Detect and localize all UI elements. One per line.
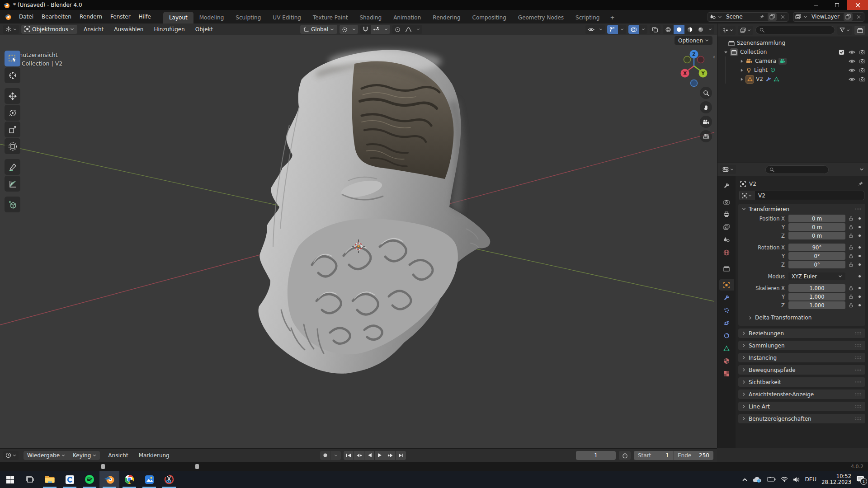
tab-sculpting[interactable]: Sculpting xyxy=(230,12,267,23)
gizmos-toggle[interactable] xyxy=(607,25,626,34)
outliner-row-camera[interactable]: Camera xyxy=(726,56,868,66)
properties-search-field[interactable] xyxy=(765,165,829,174)
taskbar-chrome[interactable] xyxy=(119,471,139,488)
pan-hand-button[interactable] xyxy=(700,101,712,113)
jump-to-start-button[interactable] xyxy=(344,451,354,460)
animate-dot[interactable] xyxy=(856,255,863,257)
add-primitive-tool[interactable] xyxy=(5,197,20,212)
properties-editor-type-button[interactable] xyxy=(720,165,736,174)
zoom-button[interactable] xyxy=(700,87,712,99)
use-preview-range-button[interactable] xyxy=(619,451,631,460)
view-layer-selector[interactable]: ViewLayer xyxy=(793,12,864,22)
outliner-row-collection[interactable]: Collection xyxy=(717,47,868,56)
tab-animation[interactable]: Animation xyxy=(387,12,427,23)
tab-collection[interactable] xyxy=(719,263,734,274)
snap-controls[interactable] xyxy=(360,25,390,34)
panel-line-art[interactable]: Line Art xyxy=(738,402,865,411)
menu-bearbeiten[interactable]: Bearbeiten xyxy=(38,14,75,20)
lock-icon[interactable] xyxy=(845,286,856,291)
outliner-editor-type-button[interactable] xyxy=(720,26,736,35)
close-button[interactable] xyxy=(847,0,868,10)
rotation-mode-dropdown[interactable]: XYZ Euler xyxy=(788,272,845,280)
viewport-menu-hinzufuegen[interactable]: Hinzufügen xyxy=(150,26,189,33)
proportional-editing-controls[interactable] xyxy=(392,25,422,34)
rotation-z-field[interactable]: 0° xyxy=(788,261,845,268)
taskbar-clock[interactable]: 10:52 28.12.2023 xyxy=(821,474,851,485)
pin-icon[interactable] xyxy=(858,181,863,187)
maximize-button[interactable] xyxy=(826,0,847,10)
tray-expand-chevron-icon[interactable] xyxy=(742,477,748,483)
taskbar-spotify[interactable] xyxy=(80,471,99,488)
tab-object[interactable] xyxy=(719,279,734,291)
tab-uv-editing[interactable]: UV Editing xyxy=(267,12,307,23)
move-tool[interactable] xyxy=(5,88,20,104)
autokey-record-button[interactable] xyxy=(320,451,330,460)
tab-render[interactable] xyxy=(719,196,734,207)
shading-rendered-button[interactable] xyxy=(695,25,706,34)
render-visibility-icon[interactable] xyxy=(859,49,865,55)
panel-grip-icon[interactable] xyxy=(854,356,862,359)
autokey-options-dropdown[interactable] xyxy=(330,451,341,460)
lock-icon[interactable] xyxy=(845,233,856,238)
scale-z-field[interactable]: 1.000 xyxy=(788,301,845,309)
outliner-row-light[interactable]: Light xyxy=(726,66,868,75)
tab-modeling[interactable]: Modeling xyxy=(193,12,230,23)
render-visibility-icon[interactable] xyxy=(859,67,865,73)
tab-object-data[interactable] xyxy=(719,343,734,354)
animate-dot[interactable] xyxy=(856,304,863,306)
tab-particles[interactable] xyxy=(719,305,734,316)
camera-view-button[interactable] xyxy=(700,116,712,128)
pin-icon[interactable] xyxy=(758,14,765,19)
new-collection-button[interactable] xyxy=(854,26,865,35)
viewport-menu-auswaehlen[interactable]: Auswählen xyxy=(110,26,147,33)
tab-world[interactable] xyxy=(719,247,734,258)
timeline-editor-type-button[interactable] xyxy=(3,451,19,460)
lock-icon[interactable] xyxy=(845,294,856,299)
panel-grip-icon[interactable] xyxy=(854,405,862,408)
taskbar-snipping-tool[interactable] xyxy=(159,471,179,488)
play-button[interactable] xyxy=(375,451,385,460)
ortho-perspective-button[interactable] xyxy=(700,130,712,142)
wifi-icon[interactable] xyxy=(781,477,788,482)
gizmo-neg-z-axis[interactable] xyxy=(691,80,698,87)
panel-beziehungen[interactable]: Beziehungen xyxy=(738,328,865,338)
select-box-tool[interactable] xyxy=(5,51,20,66)
tab-output[interactable] xyxy=(719,209,734,220)
gizmo-z-axis[interactable]: Z xyxy=(692,52,695,57)
current-frame-field[interactable]: 1 xyxy=(576,451,616,460)
viewport-menu-ansicht[interactable]: Ansicht xyxy=(80,26,108,33)
end-frame-field[interactable]: Ende250 xyxy=(674,451,713,460)
measure-tool[interactable] xyxy=(5,176,20,192)
tab-modifiers[interactable] xyxy=(719,292,734,303)
start-frame-field[interactable]: Start1 xyxy=(634,451,674,460)
panel-grip-icon[interactable] xyxy=(854,332,862,335)
taskbar-file-explorer[interactable] xyxy=(40,471,60,488)
panel-sammlungen[interactable]: Sammlungen xyxy=(738,341,865,350)
panel-grip-icon[interactable] xyxy=(854,207,862,211)
visibility-options[interactable] xyxy=(585,25,605,34)
gizmo-neg-x-axis[interactable] xyxy=(698,56,704,63)
minimize-button[interactable] xyxy=(806,0,826,10)
annotate-tool[interactable] xyxy=(5,159,20,175)
notification-center-button[interactable]: 1 xyxy=(856,476,864,483)
lock-icon[interactable] xyxy=(845,262,856,267)
menu-datei[interactable]: Datei xyxy=(15,14,38,20)
animate-dot[interactable] xyxy=(856,217,863,220)
speaker-icon[interactable] xyxy=(793,477,800,483)
wiedergabe-menu[interactable]: Wiedergabe xyxy=(24,451,69,460)
next-keyframe-button[interactable] xyxy=(385,451,396,460)
eye-icon[interactable] xyxy=(849,50,855,55)
mode-selector[interactable]: Objektmodus xyxy=(21,25,77,34)
disclosure-right-icon[interactable] xyxy=(740,59,744,63)
shading-wireframe-button[interactable] xyxy=(663,25,674,34)
tab-geometry-nodes[interactable]: Geometry Nodes xyxy=(512,12,570,23)
taskbar-blender[interactable] xyxy=(99,471,119,488)
tab-tool[interactable] xyxy=(719,180,734,191)
eye-icon[interactable] xyxy=(849,68,855,73)
render-visibility-icon[interactable] xyxy=(859,58,865,64)
gizmo-neg-y-axis[interactable] xyxy=(684,56,691,63)
jump-to-end-button[interactable] xyxy=(396,451,406,460)
outliner-filter-button[interactable] xyxy=(837,26,852,35)
sculpted-mesh[interactable] xyxy=(259,50,491,374)
prev-keyframe-button[interactable] xyxy=(354,451,364,460)
